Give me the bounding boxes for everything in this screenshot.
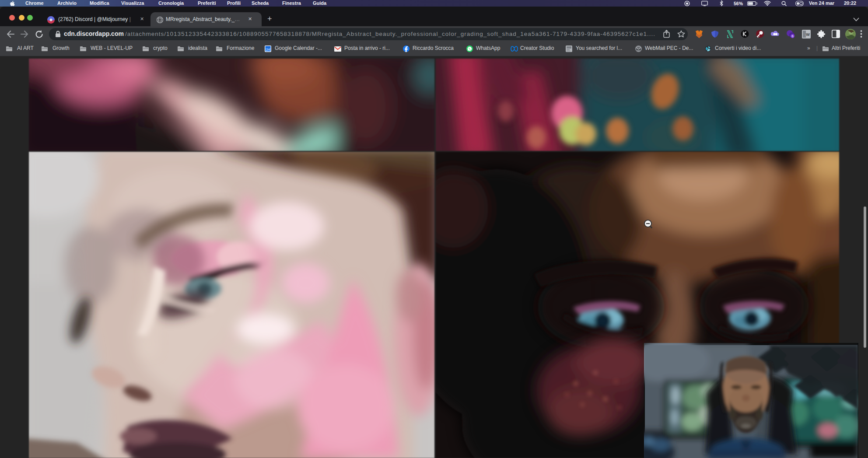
svg-text:W: W: [806, 32, 810, 37]
svg-text:24: 24: [266, 48, 270, 52]
svg-text:6: 6: [792, 35, 794, 38]
